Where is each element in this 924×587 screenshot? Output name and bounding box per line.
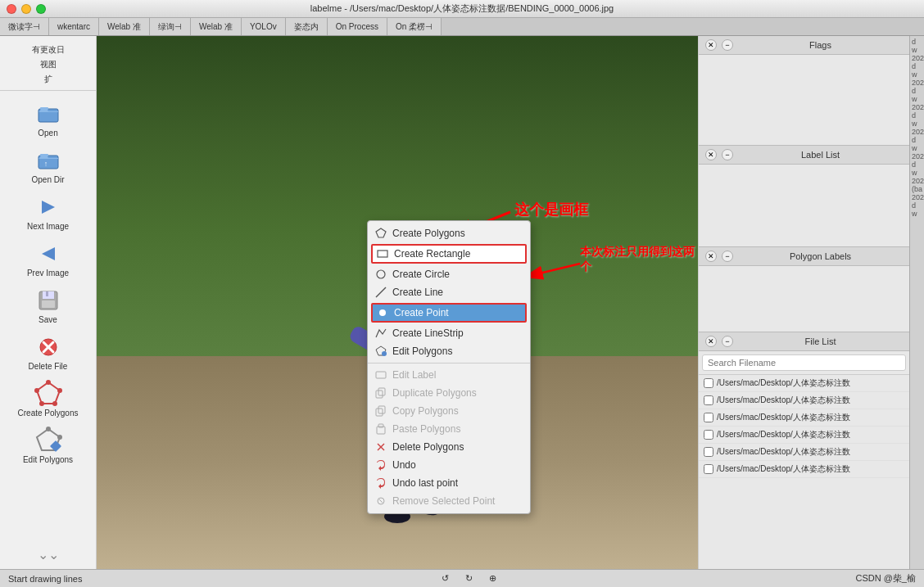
svg-point-37 — [379, 309, 386, 316]
maximize-button[interactable] — [36, 4, 46, 14]
save-label: Save — [38, 315, 57, 324]
save-button[interactable]: Save — [0, 282, 96, 327]
menu-remove-selected-point: Remove Selected Point — [368, 492, 530, 510]
menu-copy-polygons: Copy Polygons — [368, 402, 530, 420]
file-search-container — [699, 351, 909, 375]
prev-image-button[interactable]: Prev Image — [0, 236, 96, 281]
tab-4[interactable]: Welab 准 — [191, 18, 242, 36]
file-list-collapse-btn[interactable]: − — [722, 336, 733, 347]
polygon-icon — [374, 227, 387, 240]
menu-create-circle[interactable]: Create Circle — [368, 265, 530, 283]
paste-icon — [374, 422, 387, 436]
polygon-labels-content — [699, 266, 909, 332]
menu-undo[interactable]: Undo — [368, 456, 530, 474]
tab-6[interactable]: 姿态内 — [286, 18, 328, 36]
svg-rect-9 — [42, 300, 55, 308]
file-item-0[interactable]: /Users/mac/Desktop/人体姿态标注数 — [699, 375, 909, 392]
menu-undo-last-point[interactable]: Undo last point — [368, 474, 530, 492]
label-list-close-btn[interactable]: ✕ — [705, 149, 717, 160]
svg-point-17 — [52, 401, 57, 406]
del-poly-icon — [374, 440, 387, 454]
menu-create-rectangle[interactable]: Create Rectangle — [371, 244, 527, 264]
duplicate-icon — [374, 386, 387, 400]
file-checkbox-4[interactable] — [704, 447, 713, 457]
polygon-labels-close-btn[interactable]: ✕ — [705, 251, 717, 262]
file-item-5[interactable]: /Users/mac/Desktop/人体姿态标注数 — [699, 461, 909, 478]
menu-create-point[interactable]: Create Point — [371, 303, 527, 323]
file-item-2[interactable]: /Users/mac/Desktop/人体姿态标注数 — [699, 409, 909, 427]
file-checkbox-5[interactable] — [704, 464, 713, 474]
prev-icon — [34, 239, 63, 269]
label-list-collapse-btn[interactable]: − — [722, 149, 733, 160]
label-list-content — [699, 165, 909, 246]
open-dir-button[interactable]: ↑ Open Dir — [0, 142, 96, 187]
status-icon-1: ↺ — [442, 573, 449, 584]
undo-point-icon — [374, 476, 387, 490]
svg-line-36 — [376, 287, 386, 297]
flags-content — [699, 55, 909, 145]
edit-polygons-button[interactable]: Edit Polygons — [0, 422, 96, 467]
open-button[interactable]: Open — [0, 96, 96, 141]
save-icon — [34, 286, 63, 315]
svg-marker-6 — [42, 247, 55, 260]
file-name-4: /Users/mac/Desktop/人体姿态标注数 — [717, 446, 904, 458]
flags-collapse-btn[interactable]: − — [722, 39, 733, 51]
next-icon — [34, 192, 63, 222]
polygon-labels-collapse-btn[interactable]: − — [722, 251, 733, 262]
tab-7[interactable]: On Process — [328, 18, 387, 36]
tab-2[interactable]: Welab 准 — [99, 18, 150, 36]
delete-file-button[interactable]: Delete File — [0, 329, 96, 374]
tab-1[interactable]: wkentarc — [49, 18, 99, 36]
extra-right-content: d w 202 d w 202 d w 202 d w 202 d w 202 … — [910, 36, 924, 569]
close-button[interactable] — [7, 4, 16, 14]
rectangle-icon — [376, 247, 389, 260]
window-controls — [7, 4, 46, 14]
file-list-header: ✕ − File List — [699, 332, 909, 351]
svg-rect-44 — [378, 406, 385, 413]
tab-5[interactable]: YOLOv — [242, 18, 286, 36]
file-checkbox-0[interactable] — [704, 378, 713, 388]
tab-3[interactable]: 绿询⊣ — [150, 18, 191, 36]
sidebar-menu-item-0[interactable]: 有更改日 — [0, 43, 96, 57]
create-polygons-icon — [34, 379, 63, 409]
menu-delete-polygons[interactable]: Delete Polygons — [368, 438, 530, 456]
file-list-section: ✕ − File List /Users/mac/Desktop/人体姿态标注数… — [699, 332, 909, 569]
label-list-section: ✕ − Label List — [699, 146, 909, 247]
svg-point-15 — [46, 380, 51, 385]
menu-create-line[interactable]: Create Line — [368, 283, 530, 301]
tab-8[interactable]: On 柔楞⊣ — [387, 18, 442, 36]
canvas-area[interactable]: Create Polygons Create Rectangle Create … — [97, 36, 698, 569]
status-text-left: Start drawing lines — [8, 574, 83, 584]
next-image-button[interactable]: Next Image — [0, 189, 96, 234]
flags-close-btn[interactable]: ✕ — [705, 39, 717, 51]
menu-create-polygons[interactable]: Create Polygons — [368, 224, 530, 242]
label-list-header: ✕ − Label List — [699, 146, 909, 165]
file-item-3[interactable]: /Users/mac/Desktop/人体姿态标注数 — [699, 427, 909, 444]
window-title: labelme - /Users/mac/Desktop/人体姿态标注数据/BE… — [310, 2, 614, 15]
undo-icon — [374, 458, 387, 472]
svg-rect-40 — [376, 372, 386, 378]
svg-rect-3 — [40, 154, 48, 156]
line-icon — [374, 286, 387, 299]
menu-create-linestrip[interactable]: Create LineStrip — [368, 324, 530, 342]
file-item-4[interactable]: /Users/mac/Desktop/人体姿态标注数 — [699, 444, 909, 461]
file-item-1[interactable]: /Users/mac/Desktop/人体姿态标注数 — [699, 392, 909, 409]
file-checkbox-3[interactable] — [704, 430, 713, 440]
file-name-3: /Users/mac/Desktop/人体姿态标注数 — [717, 429, 904, 440]
minimize-button[interactable] — [21, 4, 31, 14]
sidebar-menu-item-1[interactable]: 视图 — [0, 57, 96, 72]
tab-0[interactable]: 微读字⊣ — [0, 18, 49, 36]
open-icon — [34, 99, 63, 129]
file-name-2: /Users/mac/Desktop/人体姿态标注数 — [717, 412, 904, 423]
svg-rect-10 — [46, 291, 48, 296]
file-search-input[interactable] — [702, 354, 906, 371]
file-checkbox-2[interactable] — [704, 413, 713, 422]
menu-edit-polygons[interactable]: Edit Polygons — [368, 342, 530, 360]
svg-point-16 — [57, 388, 62, 393]
sidebar-menu-item-2[interactable]: 扩 — [0, 72, 96, 87]
create-polygons-button[interactable]: Create Polygons — [0, 376, 96, 421]
file-checkbox-1[interactable] — [704, 395, 713, 405]
file-list-close-btn[interactable]: ✕ — [705, 336, 717, 347]
scroll-down-indicator: ⌄⌄ — [31, 540, 66, 569]
next-image-label: Next Image — [27, 222, 69, 231]
